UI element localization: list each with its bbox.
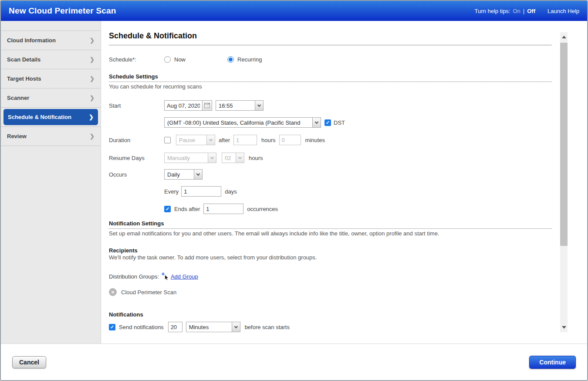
occurs-label: Occurs — [109, 171, 164, 178]
chevron-down-icon — [236, 153, 244, 163]
chevron-right-icon: ❯ — [90, 37, 95, 44]
sidebar-item-label: Target Hosts — [7, 75, 41, 82]
chevron-down-icon — [206, 135, 215, 145]
notifications-title: Notifications — [109, 311, 552, 318]
after-label: after — [219, 137, 230, 143]
every-label: Every — [164, 188, 179, 195]
chevron-right-icon: ❯ — [90, 75, 95, 82]
help-tips-separator: | — [523, 8, 524, 14]
notification-settings-title: Notification Settings — [109, 220, 552, 229]
help-tips-label: Turn help tips: — [475, 8, 510, 14]
schedule-settings-title: Schedule Settings — [109, 73, 552, 82]
ends-after-checkbox[interactable]: ✓ — [164, 206, 171, 212]
chevron-right-icon: ❯ — [90, 56, 95, 63]
schedule-recurring-label: Recurring — [237, 56, 262, 63]
chevron-right-icon: ❯ — [90, 95, 95, 101]
schedule-settings-subtitle: You can schedule for recurring scans — [109, 83, 552, 90]
window-title: New Cloud Perimeter Scan — [9, 6, 116, 16]
wizard-steps-list: Cloud Information ❯ Scan Details ❯ Targe… — [1, 31, 101, 146]
duration-checkbox[interactable] — [164, 137, 171, 143]
group-name: Cloud Perimeter Scan — [121, 289, 176, 296]
schedule-notification-panel: Schedule & Notification Schedule*: Now R… — [101, 21, 561, 344]
duration-hours-label: hours — [261, 137, 276, 143]
duration-minutes-input[interactable] — [279, 135, 301, 145]
timezone-value: (GMT -08:00) United States, California (… — [165, 118, 312, 127]
checkmark-icon: ✓ — [166, 207, 169, 211]
schedule-now-label: Now — [174, 56, 186, 63]
occurs-value: Daily — [165, 170, 194, 179]
every-days-input[interactable] — [181, 186, 221, 197]
occurs-select[interactable]: Daily — [164, 169, 203, 180]
start-time-select[interactable]: 16:55 — [216, 100, 264, 111]
cancel-button[interactable]: Cancel — [12, 356, 46, 368]
send-notifications-row: ✓ Send notifications Minutes before scan… — [109, 322, 552, 332]
notification-unit-select[interactable]: Minutes — [186, 322, 240, 332]
help-tips-on-toggle[interactable]: On — [513, 8, 520, 14]
title-bar: New Cloud Perimeter Scan Turn help tips:… — [1, 1, 587, 21]
help-tips-off-toggle[interactable]: Off — [527, 8, 535, 14]
sidebar-item-target-hosts[interactable]: Target Hosts ❯ — [1, 69, 101, 88]
start-time-value: 16:55 — [216, 101, 255, 110]
ends-after-input[interactable] — [203, 204, 243, 214]
checkmark-icon: ✓ — [110, 325, 114, 330]
chevron-down-icon — [255, 101, 263, 110]
duration-action-select[interactable]: Pause — [176, 135, 215, 145]
distribution-groups-label: Distribution Groups: — [109, 273, 159, 280]
schedule-recurring-radio[interactable] — [227, 56, 234, 63]
resume-mode-value: Manually — [165, 153, 208, 163]
dst-label: DST — [334, 119, 345, 126]
sidebar-item-scanner[interactable]: Scanner ❯ — [1, 88, 101, 108]
scrollbar[interactable] — [560, 32, 568, 332]
recipients-subtitle: We'll notify the task owner. To add more… — [109, 254, 552, 261]
remove-group-icon[interactable]: ✕ — [109, 288, 117, 296]
recipients-title: Recipients — [109, 247, 552, 254]
continue-button[interactable]: Continue — [529, 356, 576, 369]
distribution-groups-row: Distribution Groups: Add Group — [109, 271, 552, 282]
triangle-down-icon — [562, 326, 566, 329]
sidebar-item-review[interactable]: Review ❯ — [1, 127, 101, 146]
sidebar-item-schedule-notification[interactable]: Schedule & Notification ❯ — [1, 109, 101, 127]
chevron-down-icon — [232, 322, 240, 332]
timezone-select[interactable]: (GMT -08:00) United States, California (… — [164, 117, 321, 128]
sidebar-item-scan-details[interactable]: Scan Details ❯ — [1, 50, 101, 69]
sidebar-item-label: Cloud Information — [7, 37, 56, 44]
scroll-up-arrow[interactable] — [560, 32, 568, 42]
occurrences-label: occurrences — [247, 206, 278, 212]
add-group-link[interactable]: Add Group — [171, 273, 198, 280]
before-scan-starts-label: before scan starts — [245, 324, 290, 330]
notification-unit-value: Minutes — [186, 322, 232, 332]
send-notifications-checkbox[interactable]: ✓ — [109, 324, 115, 330]
chevron-down-icon — [194, 170, 202, 179]
schedule-now-radio[interactable] — [164, 56, 171, 63]
wizard-sidebar: Cloud Information ❯ Scan Details ❯ Targe… — [1, 21, 101, 344]
notification-settings-subtitle: Set up email notifications for you and o… — [109, 230, 552, 237]
start-label: Start — [109, 102, 164, 109]
chevron-right-icon: ❯ — [89, 114, 94, 120]
sidebar-item-label: Scan Details — [7, 56, 41, 63]
scrollbar-thumb[interactable] — [560, 43, 568, 246]
chevron-down-icon — [312, 118, 321, 127]
start-row: Start 16:55 — [109, 100, 552, 111]
ends-after-row: ✓ Ends after occurrences — [164, 204, 552, 214]
triangle-up-icon — [562, 36, 566, 38]
sidebar-item-cloud-information[interactable]: Cloud Information ❯ — [1, 31, 101, 50]
checkmark-icon: ✓ — [326, 120, 330, 125]
start-date-input[interactable] — [165, 101, 202, 110]
sidebar-item-label: Schedule & Notification — [8, 114, 71, 120]
duration-hours-input[interactable] — [233, 135, 257, 145]
duration-action-value: Pause — [176, 135, 206, 145]
resume-hours-label: hours — [249, 155, 263, 161]
notification-lead-input[interactable] — [168, 322, 182, 332]
dst-checkbox[interactable]: ✓ — [324, 119, 331, 126]
resume-hours-select[interactable]: 02 — [222, 153, 244, 163]
launch-help-link[interactable]: Launch Help — [547, 8, 579, 14]
scroll-down-arrow[interactable] — [560, 323, 568, 332]
start-date-group — [164, 100, 212, 111]
help-controls: Turn help tips: On | Off Launch Help — [475, 8, 579, 14]
add-cursor-icon — [162, 272, 169, 280]
occurs-row: Occurs Daily — [109, 169, 552, 180]
calendar-icon[interactable] — [202, 101, 212, 110]
new-cloud-perimeter-scan-window: New Cloud Perimeter Scan Turn help tips:… — [0, 0, 588, 381]
resume-mode-select[interactable]: Manually — [164, 153, 216, 163]
sidebar-item-label: Scanner — [7, 95, 29, 101]
